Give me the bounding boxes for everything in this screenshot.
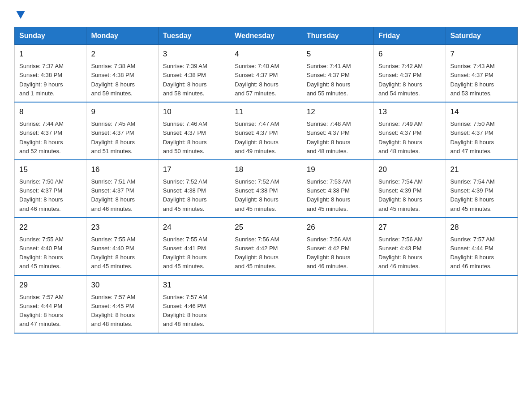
calendar-week-row: 29Sunrise: 7:57 AMSunset: 4:44 PMDayligh… (15, 275, 518, 333)
logo-blue-text (14, 11, 25, 19)
calendar-day-cell: 4Sunrise: 7:40 AMSunset: 4:37 PMDaylight… (230, 45, 302, 102)
day-number: 10 (163, 106, 225, 118)
day-number: 12 (307, 106, 369, 118)
calendar-day-cell (374, 275, 446, 333)
calendar-day-cell (302, 275, 373, 333)
day-info: Sunrise: 7:56 AMSunset: 4:42 PMDaylight:… (307, 235, 369, 271)
day-info: Sunrise: 7:52 AMSunset: 4:38 PMDaylight:… (163, 177, 225, 214)
day-info: Sunrise: 7:43 AMSunset: 4:37 PMDaylight:… (450, 62, 513, 98)
logo-triangle-icon (16, 11, 25, 19)
calendar-day-cell: 1Sunrise: 7:37 AMSunset: 4:38 PMDaylight… (15, 45, 86, 102)
calendar-day-cell: 7Sunrise: 7:43 AMSunset: 4:37 PMDaylight… (446, 45, 517, 102)
calendar-day-cell: 16Sunrise: 7:51 AMSunset: 4:37 PMDayligh… (86, 160, 158, 218)
day-info: Sunrise: 7:54 AMSunset: 4:39 PMDaylight:… (378, 177, 441, 214)
day-number: 3 (163, 48, 225, 60)
day-number: 16 (91, 164, 153, 176)
calendar-day-cell: 3Sunrise: 7:39 AMSunset: 4:38 PMDaylight… (158, 45, 230, 102)
day-number: 20 (378, 164, 441, 176)
page-header (14, 11, 518, 19)
calendar-day-cell: 18Sunrise: 7:52 AMSunset: 4:38 PMDayligh… (230, 160, 302, 218)
day-info: Sunrise: 7:53 AMSunset: 4:38 PMDaylight:… (307, 177, 369, 214)
day-info: Sunrise: 7:50 AMSunset: 4:37 PMDaylight:… (450, 120, 513, 156)
calendar-day-cell: 27Sunrise: 7:56 AMSunset: 4:43 PMDayligh… (374, 218, 446, 275)
calendar-day-cell: 17Sunrise: 7:52 AMSunset: 4:38 PMDayligh… (158, 160, 230, 218)
weekday-header-saturday: Saturday (446, 27, 517, 45)
logo (14, 11, 25, 19)
day-info: Sunrise: 7:57 AMSunset: 4:44 PMDaylight:… (450, 235, 513, 271)
weekday-header-monday: Monday (86, 27, 158, 45)
calendar-day-cell (230, 275, 302, 333)
day-info: Sunrise: 7:42 AMSunset: 4:37 PMDaylight:… (378, 62, 441, 98)
calendar-day-cell: 22Sunrise: 7:55 AMSunset: 4:40 PMDayligh… (15, 218, 86, 275)
day-number: 23 (91, 222, 153, 233)
weekday-header-tuesday: Tuesday (158, 27, 230, 45)
weekday-header-wednesday: Wednesday (230, 27, 302, 45)
calendar-day-cell: 11Sunrise: 7:47 AMSunset: 4:37 PMDayligh… (230, 102, 302, 160)
calendar-day-cell: 30Sunrise: 7:57 AMSunset: 4:45 PMDayligh… (86, 275, 158, 333)
day-info: Sunrise: 7:55 AMSunset: 4:41 PMDaylight:… (163, 235, 225, 271)
calendar-week-row: 15Sunrise: 7:50 AMSunset: 4:37 PMDayligh… (15, 160, 518, 218)
weekday-header-friday: Friday (374, 27, 446, 45)
calendar-day-cell: 24Sunrise: 7:55 AMSunset: 4:41 PMDayligh… (158, 218, 230, 275)
day-number: 30 (91, 279, 153, 291)
calendar-day-cell: 29Sunrise: 7:57 AMSunset: 4:44 PMDayligh… (15, 275, 86, 333)
calendar-day-cell: 14Sunrise: 7:50 AMSunset: 4:37 PMDayligh… (446, 102, 517, 160)
day-number: 9 (91, 106, 153, 118)
day-number: 11 (235, 106, 297, 118)
calendar-day-cell: 12Sunrise: 7:48 AMSunset: 4:37 PMDayligh… (302, 102, 373, 160)
calendar-day-cell: 15Sunrise: 7:50 AMSunset: 4:37 PMDayligh… (15, 160, 86, 218)
day-info: Sunrise: 7:50 AMSunset: 4:37 PMDaylight:… (19, 177, 82, 214)
calendar-day-cell: 5Sunrise: 7:41 AMSunset: 4:37 PMDaylight… (302, 45, 373, 102)
day-number: 26 (307, 222, 369, 233)
day-info: Sunrise: 7:55 AMSunset: 4:40 PMDaylight:… (19, 235, 82, 271)
day-number: 8 (19, 106, 82, 118)
calendar-day-cell: 20Sunrise: 7:54 AMSunset: 4:39 PMDayligh… (374, 160, 446, 218)
day-number: 15 (19, 164, 82, 176)
day-info: Sunrise: 7:46 AMSunset: 4:37 PMDaylight:… (163, 120, 225, 156)
day-info: Sunrise: 7:38 AMSunset: 4:38 PMDaylight:… (91, 62, 153, 98)
day-info: Sunrise: 7:45 AMSunset: 4:37 PMDaylight:… (91, 120, 153, 156)
weekday-header-thursday: Thursday (302, 27, 373, 45)
day-number: 5 (307, 48, 369, 60)
day-number: 2 (91, 48, 153, 60)
day-number: 19 (307, 164, 369, 176)
weekday-header-row: SundayMondayTuesdayWednesdayThursdayFrid… (15, 27, 518, 45)
day-info: Sunrise: 7:48 AMSunset: 4:37 PMDaylight:… (307, 120, 369, 156)
calendar-day-cell: 26Sunrise: 7:56 AMSunset: 4:42 PMDayligh… (302, 218, 373, 275)
day-number: 27 (378, 222, 441, 233)
calendar-day-cell: 21Sunrise: 7:54 AMSunset: 4:39 PMDayligh… (446, 160, 517, 218)
weekday-header-sunday: Sunday (15, 27, 86, 45)
calendar-day-cell: 25Sunrise: 7:56 AMSunset: 4:42 PMDayligh… (230, 218, 302, 275)
calendar-day-cell: 19Sunrise: 7:53 AMSunset: 4:38 PMDayligh… (302, 160, 373, 218)
day-info: Sunrise: 7:40 AMSunset: 4:37 PMDaylight:… (235, 62, 297, 98)
day-info: Sunrise: 7:55 AMSunset: 4:40 PMDaylight:… (91, 235, 153, 271)
calendar-day-cell: 23Sunrise: 7:55 AMSunset: 4:40 PMDayligh… (86, 218, 158, 275)
calendar-week-row: 8Sunrise: 7:44 AMSunset: 4:37 PMDaylight… (15, 102, 518, 160)
day-number: 17 (163, 164, 225, 176)
day-number: 31 (163, 279, 225, 291)
day-number: 25 (235, 222, 297, 233)
day-info: Sunrise: 7:52 AMSunset: 4:38 PMDaylight:… (235, 177, 297, 214)
day-number: 28 (450, 222, 513, 233)
calendar-day-cell: 6Sunrise: 7:42 AMSunset: 4:37 PMDaylight… (374, 45, 446, 102)
day-info: Sunrise: 7:57 AMSunset: 4:45 PMDaylight:… (91, 293, 153, 329)
day-number: 7 (450, 48, 513, 60)
calendar-day-cell: 28Sunrise: 7:57 AMSunset: 4:44 PMDayligh… (446, 218, 517, 275)
day-info: Sunrise: 7:51 AMSunset: 4:37 PMDaylight:… (91, 177, 153, 214)
calendar-day-cell (446, 275, 517, 333)
day-info: Sunrise: 7:44 AMSunset: 4:37 PMDaylight:… (19, 120, 82, 156)
calendar-day-cell: 13Sunrise: 7:49 AMSunset: 4:37 PMDayligh… (374, 102, 446, 160)
day-info: Sunrise: 7:47 AMSunset: 4:37 PMDaylight:… (235, 120, 297, 156)
calendar-day-cell: 31Sunrise: 7:57 AMSunset: 4:46 PMDayligh… (158, 275, 230, 333)
calendar-week-row: 1Sunrise: 7:37 AMSunset: 4:38 PMDaylight… (15, 45, 518, 102)
day-number: 24 (163, 222, 225, 233)
day-number: 29 (19, 279, 82, 291)
day-info: Sunrise: 7:49 AMSunset: 4:37 PMDaylight:… (378, 120, 441, 156)
day-number: 4 (235, 48, 297, 60)
calendar-day-cell: 8Sunrise: 7:44 AMSunset: 4:37 PMDaylight… (15, 102, 86, 160)
calendar-day-cell: 10Sunrise: 7:46 AMSunset: 4:37 PMDayligh… (158, 102, 230, 160)
day-number: 14 (450, 106, 513, 118)
calendar-table: SundayMondayTuesdayWednesdayThursdayFrid… (14, 27, 518, 334)
day-number: 21 (450, 164, 513, 176)
day-number: 22 (19, 222, 82, 233)
